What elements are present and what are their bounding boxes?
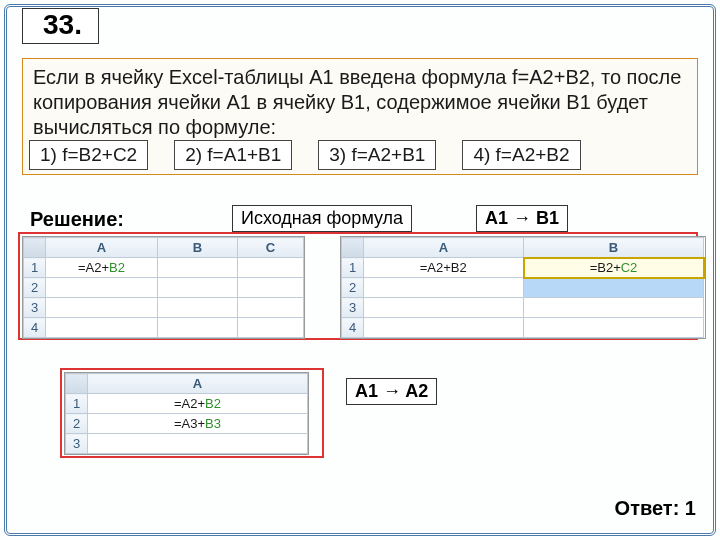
solution-label: Решение: — [30, 208, 124, 231]
option-3: 3) f=A2+B1 — [318, 140, 436, 170]
grid3-row-3: 3 — [66, 434, 88, 454]
grid2-B2 — [524, 278, 704, 298]
grid2-B1: =B2+C2 — [524, 258, 704, 278]
grid2-row-2: 2 — [342, 278, 364, 298]
grid3-col-A: A — [88, 374, 308, 394]
grid2-B3 — [524, 298, 704, 318]
grid1-row-3: 3 — [24, 298, 46, 318]
grid1-C1 — [238, 258, 304, 278]
question-box: Если в ячейку Excel-таблицы A1 введена ф… — [22, 58, 698, 175]
grid2-row-1: 1 — [342, 258, 364, 278]
question-number: 33. — [22, 8, 99, 44]
grid1-B2 — [158, 278, 238, 298]
grid2-A4 — [364, 318, 524, 338]
grid2-A3 — [364, 298, 524, 318]
grid3-row-2: 2 — [66, 414, 88, 434]
grid1-A2 — [46, 278, 158, 298]
label-source-formula: Исходная формула — [232, 205, 412, 232]
grid3-A3 — [88, 434, 308, 454]
grid1-corner — [24, 238, 46, 258]
grid2-col-A: A — [364, 238, 524, 258]
grid1-C2 — [238, 278, 304, 298]
options-row: 1) f=B2+C2 2) f=A1+B1 3) f=A2+B1 4) f=A2… — [29, 140, 607, 170]
grid2-row-3: 3 — [342, 298, 364, 318]
option-1: 1) f=B2+C2 — [29, 140, 148, 170]
grid2-row-4: 4 — [342, 318, 364, 338]
grid1-col-B: B — [158, 238, 238, 258]
grid1-A1: =A2+B2 — [46, 258, 158, 278]
grid1-C4 — [238, 318, 304, 338]
grid1-row-4: 4 — [24, 318, 46, 338]
grid3-A2: =A3+B3 — [88, 414, 308, 434]
excel-grid-2: A B 1 =A2+B2 =B2+C2 2 3 4 — [340, 236, 706, 339]
grid1-col-C: C — [238, 238, 304, 258]
label-a1-to-b1: A1 → B1 — [476, 205, 568, 232]
grid1-C3 — [238, 298, 304, 318]
grid1-B4 — [158, 318, 238, 338]
grid2-col-B: B — [524, 238, 704, 258]
excel-grid-1: A B C 1 =A2+B2 2 3 4 — [22, 236, 305, 339]
grid3-row-1: 1 — [66, 394, 88, 414]
grid2-A2 — [364, 278, 524, 298]
label-a1-to-a2: A1 → A2 — [346, 378, 437, 405]
answer-label: Ответ: 1 — [615, 497, 696, 520]
grid2-B4 — [524, 318, 704, 338]
grid3-A1: =A2+B2 — [88, 394, 308, 414]
grid1-row-1: 1 — [24, 258, 46, 278]
grid1-B1 — [158, 258, 238, 278]
grid1-B3 — [158, 298, 238, 318]
grid2-A1: =A2+B2 — [364, 258, 524, 278]
grid1-A3 — [46, 298, 158, 318]
option-2: 2) f=A1+B1 — [174, 140, 292, 170]
grid2-corner — [342, 238, 364, 258]
grid3-corner — [66, 374, 88, 394]
option-4: 4) f=A2+B2 — [462, 140, 580, 170]
grid1-col-A: A — [46, 238, 158, 258]
grid1-row-2: 2 — [24, 278, 46, 298]
excel-grid-3: A 1 =A2+B2 2 =A3+B3 3 — [64, 372, 309, 455]
grid1-A4 — [46, 318, 158, 338]
question-text: Если в ячейку Excel-таблицы A1 введена ф… — [33, 66, 681, 138]
